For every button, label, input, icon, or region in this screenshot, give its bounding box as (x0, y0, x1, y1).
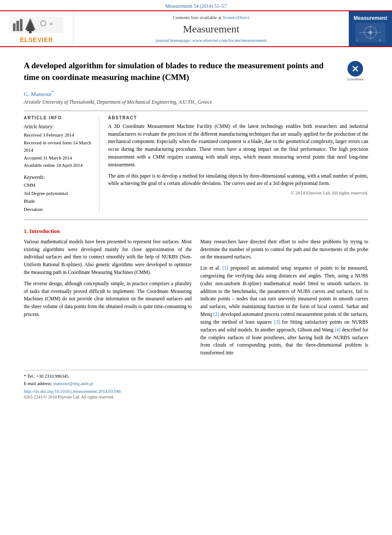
footer-email-line: E-mail address: mansour@eng.auth.gr (24, 380, 368, 388)
intro-left-para1: Various mathematical models have been pr… (24, 238, 192, 277)
footer-copyright: 0263-2241/© 2014 Elsevier Ltd. All right… (24, 395, 368, 399)
author-name: G. Mansour* (24, 89, 368, 98)
paper-title: A developed algorithm for simulation of … (24, 60, 368, 83)
abstract-para1: A 3D Coordinate Measurement Machine Faci… (108, 123, 368, 169)
introduction-section: 1. Introduction Various mathematical mod… (24, 228, 368, 360)
footer-doi[interactable]: http://dx.doi.org/10.1016/j.measurement.… (24, 389, 368, 394)
doi-text: http://dx.doi.org/10.1016/j.measurement.… (24, 389, 121, 394)
abstract-col: ABSTRACT A 3D Coordinate Measurement Mac… (108, 115, 368, 213)
article-info-abstract: ARTICLE INFO Article history: Received 3… (24, 115, 368, 213)
keyword-4: Deviation (24, 205, 94, 213)
body-left: Various mathematical models have been pr… (24, 238, 192, 360)
abstract-label: ABSTRACT (108, 115, 368, 120)
sciencedirect-link[interactable]: ScienceDirect (223, 15, 249, 20)
ref-1[interactable]: [1] (223, 265, 228, 271)
journal-cover-box: Measurement ≡ ⊕ (349, 11, 392, 46)
ref-3[interactable]: [3] (274, 319, 280, 325)
crossmark-icon (351, 64, 360, 73)
abstract-text: A 3D Coordinate Measurement Machine Faci… (108, 123, 368, 188)
cover-title: Measurement (354, 15, 387, 21)
contents-available: Contents lists available at ScienceDirec… (173, 15, 249, 20)
keyword-1: CMM (24, 181, 94, 189)
article-history: Article history: Received 3 February 201… (24, 123, 94, 169)
ref-4[interactable]: [4] (335, 327, 340, 332)
page-wrapper: Measurement 54 (2014) 51–57 (0, 0, 392, 535)
elsevier-logo-top: ⊕ (9, 15, 65, 35)
abstract-para2: The aim of this paper is to develop a me… (108, 172, 368, 188)
crossmark-badge[interactable]: CrossMark (342, 60, 368, 82)
svg-rect-6 (29, 31, 32, 33)
svg-point-13 (369, 31, 372, 34)
author-name-text: G. Mansour (24, 91, 52, 97)
footer-footnote: * Tel.: +30 2310 996345. E-mail address:… (24, 373, 368, 388)
journal-homepage: journal homepage: www.elsevier.com/locat… (156, 38, 267, 43)
body-right: Many researchers have directed their eff… (201, 238, 369, 360)
keywords-label: Keywords: (24, 175, 94, 180)
divider-2 (24, 220, 368, 220)
article-info-label: ARTICLE INFO (24, 115, 94, 120)
ref-2[interactable]: [2] (214, 312, 219, 317)
contents-label: Contents lists available at (173, 15, 222, 20)
article-info-col: ARTICLE INFO Article history: Received 3… (24, 115, 99, 213)
svg-rect-3 (20, 19, 22, 31)
history-label: Article history: (24, 123, 94, 131)
intro-right-para1: Many researchers have directed their eff… (201, 238, 369, 261)
introduction-heading: 1. Introduction (24, 228, 368, 235)
journal-reference: Measurement 54 (2014) 51–57 (0, 0, 392, 10)
svg-text:⊕: ⊕ (379, 39, 381, 41)
homepage-label: journal homepage: www.elsevier.com/locat… (156, 38, 267, 43)
keywords-section: Keywords: CMM 3rd Degree polynomial Blad… (24, 175, 94, 213)
svg-rect-2 (16, 21, 19, 31)
elsevier-brand: ELSEVIER (20, 36, 53, 43)
elsevier-tree-svg: ⊕ (9, 15, 65, 36)
email-label: E-mail address: (24, 381, 52, 386)
crossmark-label: CrossMark (347, 77, 364, 81)
intro-left-para2: The reverse design, although conceptuall… (24, 280, 192, 318)
footer-tel: * Tel.: +30 2310 996345. (24, 373, 368, 380)
body-two-col: Various mathematical models have been pr… (24, 238, 368, 360)
divider-1 (24, 111, 368, 111)
elsevier-logo-box: ⊕ ELSEVIER (0, 11, 73, 46)
svg-rect-1 (13, 23, 16, 31)
journal-title-header: Measurement (183, 23, 239, 35)
intro-right-para2: Lin et al. [1] proposed an automated set… (201, 264, 369, 357)
copyright-line: © 2014 Elsevier Ltd. All rights reserved… (108, 190, 368, 195)
affiliation: Aristotle University of Thessaloniki, De… (24, 99, 368, 105)
revised-date: Received in revised form 14 March 2014 (24, 139, 94, 154)
footer-section: * Tel.: +30 2310 996345. E-mail address:… (24, 370, 368, 399)
svg-text:⊕: ⊕ (50, 22, 53, 26)
author-footnote-marker: * (52, 89, 54, 94)
keyword-3: Blade (24, 197, 94, 205)
journal-header: ⊕ ELSEVIER Contents lists available at S… (0, 10, 392, 47)
title-area: A developed algorithm for simulation of … (24, 60, 368, 83)
crossmark-circle (347, 61, 363, 76)
footer-email[interactable]: mansour@eng.auth.gr (53, 381, 93, 386)
journal-ref-text: Measurement 54 (2014) 51–57 (165, 3, 226, 9)
journal-center: Contents lists available at ScienceDirec… (73, 11, 349, 46)
received-date: Received 3 February 2014 (24, 131, 94, 139)
accepted-date: Accepted 31 March 2014 (24, 154, 94, 162)
main-content: A developed algorithm for simulation of … (0, 47, 392, 408)
keyword-2: 3rd Degree polynomial (24, 189, 94, 197)
svg-text:≡: ≡ (356, 39, 358, 41)
journal-cover-inner: Measurement ≡ ⊕ (354, 15, 387, 42)
cover-image-svg: ≡ ⊕ (355, 23, 386, 42)
available-date: Available online 18 April 2014 (24, 162, 94, 169)
